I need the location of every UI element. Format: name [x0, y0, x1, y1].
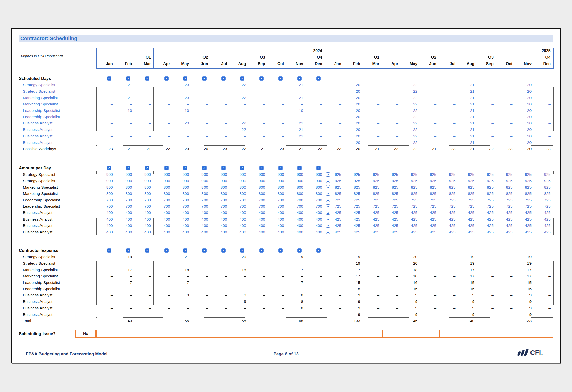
- value-cell[interactable]: 925: [496, 171, 515, 178]
- value-cell[interactable]: –: [211, 95, 230, 101]
- value-cell[interactable]: –: [211, 133, 230, 139]
- value-cell[interactable]: –: [325, 107, 344, 114]
- value-cell[interactable]: –: [439, 139, 458, 146]
- value-cell[interactable]: 725: [325, 197, 344, 203]
- arrow-up-icon[interactable]: [326, 217, 330, 221]
- value-cell[interactable]: –: [249, 139, 268, 146]
- value-cell[interactable]: 800: [115, 184, 135, 190]
- value-cell[interactable]: 400: [306, 229, 325, 235]
- value-cell[interactable]: 900: [287, 178, 306, 184]
- value-cell[interactable]: 800: [173, 190, 192, 197]
- value-cell[interactable]: 425: [534, 222, 553, 229]
- value-cell[interactable]: 700: [173, 203, 192, 209]
- value-cell[interactable]: 725: [458, 203, 477, 209]
- value-cell[interactable]: –: [420, 133, 439, 139]
- value-cell[interactable]: 20: [515, 126, 534, 133]
- value-cell[interactable]: –: [420, 101, 439, 107]
- value-cell[interactable]: –: [420, 139, 439, 146]
- value-cell[interactable]: 725: [401, 203, 420, 209]
- value-cell[interactable]: –: [211, 114, 230, 120]
- value-cell[interactable]: 825: [496, 184, 515, 190]
- row-label[interactable]: Business Analyst: [19, 120, 96, 126]
- value-cell[interactable]: 925: [477, 178, 496, 184]
- value-cell[interactable]: –: [173, 139, 192, 146]
- value-cell[interactable]: –: [382, 88, 401, 94]
- value-cell[interactable]: –: [496, 95, 515, 101]
- value-cell[interactable]: 21: [458, 126, 477, 133]
- value-cell[interactable]: –: [268, 114, 287, 120]
- value-cell[interactable]: 825: [458, 184, 477, 190]
- value-cell[interactable]: –: [134, 126, 153, 133]
- row-label[interactable]: Business Analyst: [19, 126, 96, 133]
- value-cell[interactable]: –: [363, 126, 382, 133]
- value-cell[interactable]: 425: [363, 229, 382, 235]
- month-checkbox[interactable]: ✓: [126, 76, 130, 81]
- value-cell[interactable]: 925: [382, 178, 401, 184]
- value-cell[interactable]: –: [115, 126, 135, 133]
- value-cell[interactable]: 22: [230, 95, 249, 101]
- value-cell[interactable]: 20: [515, 82, 534, 88]
- value-cell[interactable]: 725: [534, 203, 553, 209]
- value-cell[interactable]: 400: [153, 209, 173, 216]
- value-cell[interactable]: 700: [96, 203, 115, 209]
- value-cell[interactable]: 900: [115, 171, 135, 178]
- value-cell[interactable]: 400: [230, 216, 249, 222]
- value-cell[interactable]: 425: [344, 229, 363, 235]
- value-cell[interactable]: 825: [363, 184, 382, 190]
- value-cell[interactable]: 900: [306, 171, 325, 178]
- value-cell[interactable]: 925: [439, 178, 458, 184]
- value-cell[interactable]: –: [496, 82, 515, 88]
- value-cell[interactable]: 23: [173, 120, 192, 126]
- value-cell[interactable]: 925: [401, 178, 420, 184]
- value-cell[interactable]: –: [534, 101, 553, 107]
- arrow-up-icon[interactable]: [326, 204, 330, 208]
- value-cell[interactable]: 825: [439, 184, 458, 190]
- arrow-up-icon[interactable]: [326, 185, 330, 189]
- value-cell[interactable]: 21: [458, 114, 477, 120]
- value-cell[interactable]: 425: [477, 216, 496, 222]
- value-cell[interactable]: –: [191, 107, 211, 114]
- value-cell[interactable]: –: [153, 126, 173, 133]
- value-cell[interactable]: 20: [515, 114, 534, 120]
- value-cell[interactable]: 400: [153, 216, 173, 222]
- value-cell[interactable]: 400: [287, 209, 306, 216]
- value-cell[interactable]: –: [363, 139, 382, 146]
- value-cell[interactable]: 700: [249, 197, 268, 203]
- value-cell[interactable]: 800: [287, 184, 306, 190]
- value-cell[interactable]: 20: [515, 101, 534, 107]
- value-cell[interactable]: 825: [477, 184, 496, 190]
- value-cell[interactable]: 20: [344, 133, 363, 139]
- value-cell[interactable]: 700: [191, 197, 211, 203]
- month-checkbox[interactable]: ✓: [202, 76, 207, 81]
- value-cell[interactable]: 700: [230, 203, 249, 209]
- arrow-up-icon[interactable]: [326, 192, 330, 196]
- value-cell[interactable]: 20: [344, 120, 363, 126]
- value-cell[interactable]: –: [534, 82, 553, 88]
- value-cell[interactable]: –: [115, 139, 135, 146]
- value-cell[interactable]: 425: [382, 216, 401, 222]
- value-cell[interactable]: 425: [458, 222, 477, 229]
- value-cell[interactable]: –: [477, 107, 496, 114]
- value-cell[interactable]: 800: [249, 190, 268, 197]
- value-cell[interactable]: –: [534, 120, 553, 126]
- value-cell[interactable]: –: [496, 126, 515, 133]
- month-checkbox[interactable]: ✓: [316, 76, 321, 81]
- value-cell[interactable]: 400: [191, 216, 211, 222]
- value-cell[interactable]: 925: [515, 178, 534, 184]
- value-cell[interactable]: 700: [287, 203, 306, 209]
- value-cell[interactable]: 21: [458, 107, 477, 114]
- value-cell[interactable]: –: [382, 126, 401, 133]
- value-cell[interactable]: 425: [344, 209, 363, 216]
- value-cell[interactable]: 425: [534, 229, 553, 235]
- value-cell[interactable]: 22: [401, 88, 420, 94]
- value-cell[interactable]: 425: [458, 216, 477, 222]
- value-cell[interactable]: –: [134, 133, 153, 139]
- value-cell[interactable]: 900: [211, 171, 230, 178]
- value-cell[interactable]: –: [477, 88, 496, 94]
- value-cell[interactable]: –: [191, 88, 211, 94]
- month-checkbox[interactable]: ✓: [107, 166, 111, 170]
- value-cell[interactable]: –: [477, 114, 496, 120]
- value-cell[interactable]: 900: [173, 178, 192, 184]
- value-cell[interactable]: –: [439, 126, 458, 133]
- value-cell[interactable]: –: [96, 126, 115, 133]
